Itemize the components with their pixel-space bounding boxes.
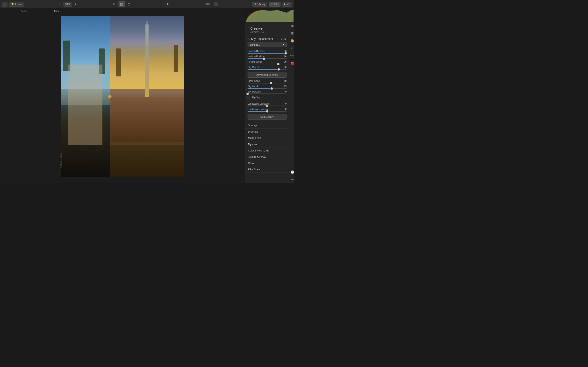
landscape-exposure-track[interactable] — [248, 106, 286, 106]
flip-sky-checkbox[interactable] — [248, 96, 250, 99]
sky-local-slider: Sky Local 25 — [245, 84, 289, 90]
photo-wrapper[interactable]: © Matthew Browne — [61, 16, 184, 177]
sky-defocus-label: Sky Defocus — [248, 90, 261, 93]
landscape-exposure-slider: Landscape Exposure 0 — [245, 102, 289, 107]
watermark: © Matthew Browne — [60, 150, 62, 168]
panel-header: Creative elevated.CR2 — [245, 22, 289, 35]
close-gaps-label: Close Gaps — [248, 80, 260, 82]
relight-scene-value: 29 — [281, 61, 286, 63]
dropdown-arrow-icon: ▾ — [283, 43, 285, 46]
main-area: Before After — [0, 8, 294, 184]
zoom-level-button[interactable]: 38% — [63, 2, 72, 7]
sliders-icon[interactable]: ☰ — [289, 30, 294, 37]
sky-global-label: Sky Global — [248, 66, 259, 68]
photo-before — [61, 16, 110, 177]
sky-preset-label: Sunset 1 — [250, 43, 260, 46]
add-button[interactable]: + — [2, 2, 8, 7]
horizon-position-slider: Horizon Position -16 — [245, 55, 289, 60]
edit-mask-button[interactable]: Edit Mask ▾ — [248, 114, 286, 120]
category-item-film_grain[interactable]: Film Grain — [245, 166, 289, 173]
category-item-texture_overlay[interactable]: Texture Overlay — [245, 154, 289, 160]
image-area: Before After — [0, 8, 245, 184]
histogram — [245, 8, 294, 22]
category-item-color_styles[interactable]: Color Styles (LUT) — [245, 148, 289, 154]
category-item-glow[interactable]: Glow — [245, 160, 289, 166]
landscape-exposure-value: 0 — [281, 102, 286, 105]
sky-local-value: 25 — [281, 85, 286, 88]
history-icon[interactable]: 🕐 — [289, 168, 294, 176]
fullscreen-button[interactable]: ⬛ — [212, 1, 219, 7]
divider-2 — [245, 121, 289, 121]
sky-defocus-value: 0 — [281, 90, 286, 93]
split-handle[interactable] — [108, 95, 112, 98]
crop-button[interactable]: ⊡ — [126, 1, 132, 7]
library-icon: ⊞ — [254, 3, 256, 6]
advanced-settings-button[interactable]: Advanced Settings — [248, 72, 286, 78]
sky-global-track[interactable] — [248, 69, 286, 70]
after-label: After — [49, 10, 245, 13]
sky-defocus-slider: Sky Defocus 0 — [245, 90, 289, 95]
info-tab[interactable]: ℹ Info — [282, 2, 292, 7]
landscape-contrast-track[interactable] — [248, 111, 286, 112]
close-gaps-track[interactable] — [248, 83, 286, 83]
side-icon-strip: ⊞ ☰ 🎨 ☺ PRO 🧰 🕐 ⋯ — [289, 22, 294, 184]
sky-defocus-track[interactable] — [248, 93, 286, 94]
layers-icon[interactable]: ⊞ — [289, 22, 294, 30]
landscape-contrast-label: Landscape Contrast — [248, 108, 268, 110]
tools-icon[interactable]: 🧰 — [289, 60, 294, 67]
horizon-position-value: -16 — [281, 55, 286, 58]
preview-toggle-button[interactable]: 👁 — [111, 1, 117, 7]
sky-global-value: 30 — [281, 66, 286, 68]
ai-sky-label: AI Sky Replacement — [248, 37, 273, 41]
reset-icon[interactable]: ↺ — [281, 38, 283, 41]
before-label: Before — [0, 10, 49, 13]
image-labels: Before After — [0, 8, 245, 14]
horizon-position-label: Horizon Position — [248, 55, 265, 58]
more-icon[interactable]: ⋯ — [289, 176, 294, 184]
sky-global-slider: Sky Global 30 — [245, 65, 289, 71]
pro-icon[interactable]: PRO — [289, 52, 294, 60]
ai-sky-controls: ↺ ◉ — [281, 38, 286, 41]
ai-sky-section-header: AI Sky Replacement ↺ ◉ — [245, 35, 289, 42]
zoom-out-button[interactable]: − — [57, 1, 62, 7]
sky-preset-dropdown[interactable]: Sunset 1 ▾ — [248, 42, 286, 47]
category-item-mystical[interactable]: Mystical — [245, 141, 289, 148]
split-view-button[interactable]: ▨ — [119, 1, 125, 7]
share-button[interactable]: ⬆ — [165, 1, 171, 7]
panel-subtitle: elevated.CR2 — [248, 31, 286, 35]
looks-button[interactable]: ⭐ Looks — [9, 2, 24, 7]
looks-icon: ⭐ — [11, 3, 14, 6]
flip-sky-row: Flip Sky — [245, 95, 289, 100]
info-icon: ℹ — [284, 3, 285, 6]
visibility-icon[interactable]: ◉ — [284, 38, 286, 41]
category-item-sunrays[interactable]: Sunrays — [245, 122, 289, 129]
zoom-controls: − 38% + — [57, 1, 78, 7]
palette-icon[interactable]: 🎨 — [289, 37, 294, 45]
category-item-matte_look[interactable]: Matte Look — [245, 135, 289, 141]
category-item-dramatic[interactable]: Dramatic — [245, 129, 289, 135]
flip-sky-label: Flip Sky — [252, 96, 260, 99]
panel-content: AI Sky Replacement ↺ ◉ Sunset 1 ▾ — [245, 35, 289, 184]
landscape-contrast-value: 0 — [281, 108, 286, 110]
relight-scene-track[interactable] — [248, 64, 286, 64]
library-tab[interactable]: ⊞ Library — [252, 2, 268, 7]
edit-tab[interactable]: ✏ Edit — [269, 2, 280, 7]
horizon-blending-slider: Horizon Blending 98 — [245, 49, 289, 55]
close-gaps-value: 10 — [281, 80, 286, 82]
image-container[interactable]: © Matthew Browne — [0, 14, 245, 184]
horizon-blending-track[interactable] — [248, 53, 286, 54]
plus-icon: + — [4, 3, 5, 6]
sky-local-track[interactable] — [248, 88, 286, 89]
main-toolbar: + ⭐ Looks − 38% + 👁 ▨ ⊡ ⬆ ⌨ ⬛ ⊞ Library … — [0, 0, 294, 8]
category-list: SunraysDramaticMatte LookMysticalColor S… — [245, 122, 289, 173]
sky-local-label: Sky Local — [248, 85, 258, 88]
right-panel: Creative elevated.CR2 AI Sky Replacement… — [245, 8, 294, 184]
keyboard-button[interactable]: ⌨ — [203, 1, 211, 7]
face-icon[interactable]: ☺ — [289, 45, 294, 52]
zoom-in-button[interactable]: + — [73, 1, 78, 7]
horizon-position-track[interactable] — [248, 58, 286, 59]
photo-after — [110, 16, 184, 177]
edit-icon: ✏ — [271, 3, 273, 6]
close-gaps-slider: Close Gaps 10 — [245, 79, 289, 84]
histogram-chart — [246, 9, 294, 22]
